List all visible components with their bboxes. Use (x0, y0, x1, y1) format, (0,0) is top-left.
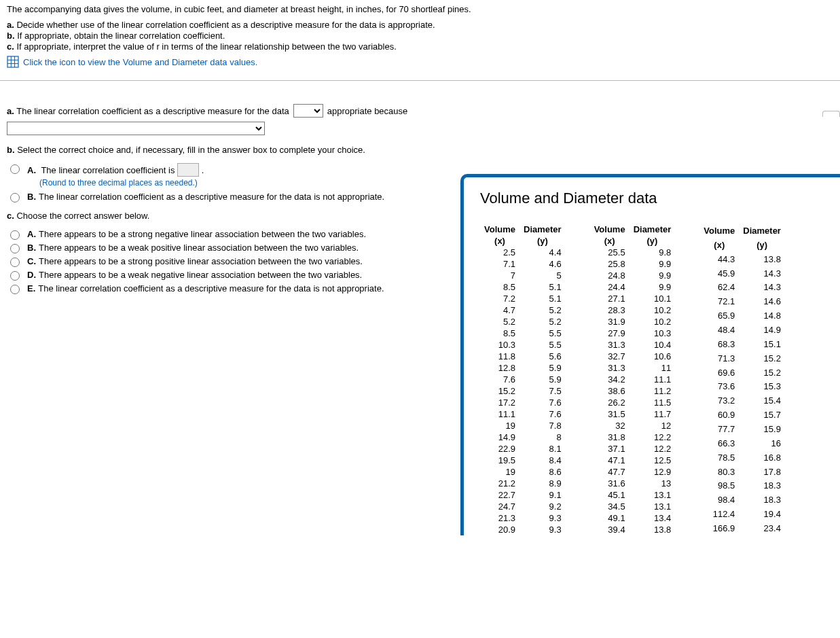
qa-c-text: Choose the correct answer below. (14, 211, 149, 221)
choice-b-A[interactable]: A. The linear correlation coefficient is… (7, 163, 482, 177)
choice-c-B-letter: B. (27, 243, 36, 253)
radio-c-A[interactable] (10, 230, 20, 240)
question-a-row: a. The linear correlation coefficient as… (7, 104, 482, 135)
choice-c-C[interactable]: C.There appears to be a strong positive … (7, 256, 482, 267)
coefficient-input[interactable] (177, 163, 199, 177)
qa-a-lead: a. (7, 106, 14, 116)
choice-c-B[interactable]: B.There appears to be a weak positive li… (7, 243, 482, 253)
choice-c-D-letter: D. (27, 270, 36, 280)
choice-c-C-letter: C. (27, 256, 36, 266)
choice-c-D[interactable]: D.There appears to be a weak negative li… (7, 270, 482, 281)
part-c-label: c. (7, 41, 14, 52)
choice-b-B-text: The linear correlation coefficient as a … (39, 192, 384, 202)
part-a-text: Decide whether use of the linear correla… (14, 20, 435, 30)
intro-text: The accompanying data gives the volume, … (7, 4, 482, 14)
divider (0, 80, 840, 81)
radio-b-A[interactable] (10, 164, 20, 174)
qa-b-lead: b. (7, 145, 15, 155)
choice-b-A-post: . (202, 165, 204, 175)
appropriate-dropdown-2[interactable] (7, 122, 265, 135)
part-b-text: If appropriate, obtain the linear correl… (15, 31, 225, 41)
choice-c-A-letter: A. (27, 229, 36, 239)
choice-c-E-text: The linear correlation coefficient as a … (38, 283, 384, 294)
svg-rect-0 (7, 56, 18, 67)
data-panel: Volume and Diameter data VolumeDiameter(… (460, 174, 840, 535)
choice-c-E[interactable]: E.The linear correlation coefficient as … (7, 283, 482, 294)
parts-list: a. Decide whether use of the linear corr… (7, 20, 482, 52)
appropriate-dropdown-1[interactable] (293, 104, 323, 118)
table-icon[interactable] (7, 56, 19, 68)
data-table-3: VolumeDiameter(x)(y)44.313.845.914.362.4… (699, 224, 785, 535)
choice-b-A-hint: (Round to three decimal places as needed… (39, 178, 482, 188)
question-c-prompt: c. Choose the correct answer below. (7, 211, 482, 221)
choice-c-A-text: There appears to be a strong negative li… (39, 229, 366, 239)
qa-c-lead: c. (7, 211, 14, 221)
radio-c-E[interactable] (10, 285, 20, 294)
part-a-label: a. (7, 20, 14, 30)
choice-b-A-pre: The linear correlation coefficient is (41, 165, 177, 175)
qa-a-mid: appropriate because (327, 106, 408, 116)
radio-c-C[interactable] (10, 258, 20, 267)
icon-link-text[interactable]: Click the icon to view the Volume and Di… (23, 57, 257, 67)
data-table-1: VolumeDiameter(x)(y)2.54.47.14.6758.55.1… (480, 224, 566, 535)
tab-notch (822, 111, 840, 117)
choice-b-B[interactable]: B.The linear correlation coefficient as … (7, 192, 482, 202)
qa-a-pre: The linear correlation coefficient as a … (14, 106, 289, 116)
qa-b-text: Select the correct choice and, if necess… (15, 145, 365, 155)
radio-c-B[interactable] (10, 244, 20, 253)
choice-b-A-letter: A. (27, 165, 36, 175)
radio-c-D[interactable] (10, 271, 20, 281)
question-b-prompt: b. Select the correct choice and, if nec… (7, 145, 482, 155)
radio-b-B[interactable] (10, 193, 20, 202)
part-c-text: If appropriate, interpret the value of r… (14, 41, 397, 52)
choice-c-E-letter: E. (27, 283, 35, 294)
panel-title: Volume and Diameter data (480, 190, 840, 207)
choice-c-B-text: There appears to be a weak positive line… (39, 243, 359, 253)
choice-c-A[interactable]: A.There appears to be a strong negative … (7, 229, 482, 240)
data-table-2: VolumeDiameter(x)(y)25.59.825.89.924.89.… (590, 224, 676, 535)
choice-c-C-text: There appears to be a strong positive li… (39, 256, 363, 266)
part-b-label: b. (7, 31, 15, 41)
choice-b-B-letter: B. (27, 192, 36, 202)
choice-c-D-text: There appears to be a weak negative line… (39, 270, 362, 280)
